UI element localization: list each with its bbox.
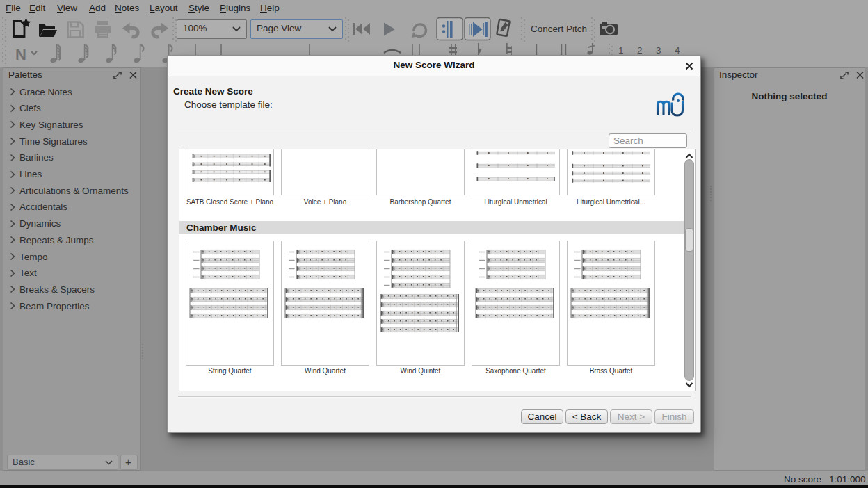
svg-text:3: 3 <box>656 45 661 56</box>
svg-text:2: 2 <box>637 45 643 56</box>
svg-text:1: 1 <box>618 45 624 56</box>
svg-text:4: 4 <box>675 45 680 56</box>
svg-text:N: N <box>15 46 26 63</box>
